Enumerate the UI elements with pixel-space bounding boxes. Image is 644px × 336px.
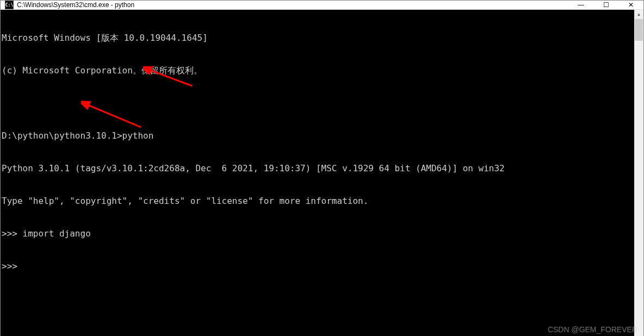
maximize-button[interactable]: ☐ [593,1,618,9]
close-button[interactable]: ✕ [618,1,643,9]
terminal-line: (c) Microsoft Corporation。保留所有权利。 [2,65,634,76]
terminal-line: Type "help", "copyright", "credits" or "… [2,196,634,207]
annotation-arrow-icon [81,78,146,154]
terminal-line [2,98,634,109]
scrollbar-thumb[interactable] [635,19,643,41]
terminal-line: D:\python\python3.10.1>python [2,130,634,141]
vertical-scrollbar[interactable]: ▲ ▼ [634,10,643,336]
titlebar[interactable]: C:\ C:\Windows\System32\cmd.exe - python… [1,1,643,10]
cmd-icon: C:\ [5,1,14,9]
scrollbar-up-icon[interactable]: ▲ [634,10,643,19]
terminal-wrapper: Microsoft Windows [版本 10.0.19044.1645] (… [1,10,643,336]
minimize-button[interactable]: — [568,1,593,9]
terminal-line: >>> import django [2,228,634,239]
terminal-line: Python 3.10.1 (tags/v3.10.1:2cd268a, Dec… [2,163,634,174]
terminal[interactable]: Microsoft Windows [版本 10.0.19044.1645] (… [1,10,634,336]
terminal-line: >>> [2,261,634,272]
cmd-window: C:\ C:\Windows\System32\cmd.exe - python… [0,0,644,336]
window-title: C:\Windows\System32\cmd.exe - python [17,1,568,9]
terminal-line: Microsoft Windows [版本 10.0.19044.1645] [2,33,634,43]
window-controls: — ☐ ✕ [568,1,643,9]
